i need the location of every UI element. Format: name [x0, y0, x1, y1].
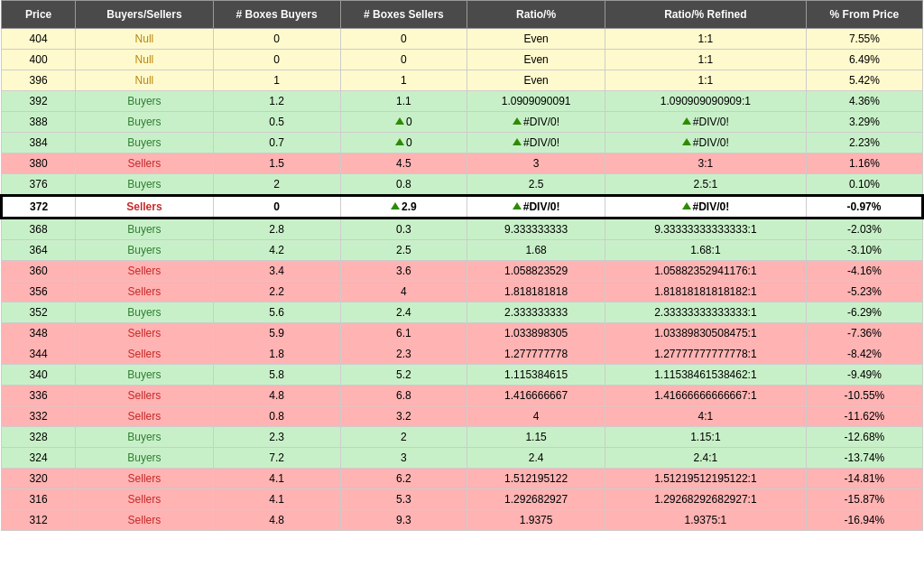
table-row: 348Sellers5.96.11.0338983051.03389830508…: [2, 323, 923, 344]
cell-ratio: 4: [467, 406, 605, 427]
cell-ratio: 1.9375: [467, 510, 605, 531]
cell-boxes-buyers: 4.1: [213, 469, 340, 489]
cell-buyers-sellers: Buyers: [76, 240, 214, 261]
cell-from-price: -6.29%: [806, 302, 922, 323]
table-row: 380Sellers1.54.533:11.16%: [2, 153, 923, 174]
cell-price: 320: [2, 469, 76, 489]
triangle-icon: [513, 138, 522, 145]
cell-buyers-sellers: Buyers: [76, 365, 214, 386]
cell-ratio-refined: 4:1: [605, 406, 806, 427]
cell-price: 348: [2, 323, 76, 344]
cell-ratio-refined: 1.03389830508475:1: [605, 323, 806, 344]
cell-ratio: 3: [467, 153, 605, 174]
table-row: 396Null11Even1:15.42%: [2, 70, 923, 91]
cell-buyers-sellers: Buyers: [76, 302, 214, 323]
cell-boxes-sellers: 0.8: [340, 174, 467, 196]
cell-ratio-refined: 1:1: [605, 70, 806, 91]
cell-price: 400: [2, 50, 76, 70]
header-ratio: Ratio/%: [467, 1, 605, 29]
cell-boxes-sellers: 5.3: [340, 489, 467, 510]
cell-ratio-refined: 1.81818181818182:1: [605, 282, 806, 302]
cell-buyers-sellers: Buyers: [76, 427, 214, 448]
cell-ratio-refined: 1:1: [605, 29, 806, 50]
cell-buyers-sellers: Sellers: [76, 282, 214, 302]
cell-ratio: 2.333333333: [467, 302, 605, 323]
table-row: 384Buyers0.70#DIV/0!#DIV/0!2.23%: [2, 133, 923, 153]
cell-boxes-buyers: 2.3: [213, 427, 340, 448]
cell-price: 356: [2, 282, 76, 302]
cell-ratio: 1.033898305: [467, 323, 605, 344]
cell-from-price: 7.55%: [806, 29, 922, 50]
cell-buyers-sellers: Null: [76, 50, 214, 70]
cell-boxes-sellers: 1: [340, 70, 467, 91]
cell-price: 392: [2, 91, 76, 112]
header-boxes-buyers: # Boxes Buyers: [213, 1, 340, 29]
cell-ratio: Even: [467, 29, 605, 50]
cell-boxes-sellers: 0: [340, 112, 467, 133]
cell-ratio-refined: 1.05882352941176:1: [605, 261, 806, 282]
cell-from-price: -9.49%: [806, 365, 922, 386]
cell-ratio: Even: [467, 70, 605, 91]
cell-price: 396: [2, 70, 76, 91]
cell-ratio-refined: 3:1: [605, 153, 806, 174]
cell-from-price: -8.42%: [806, 344, 922, 365]
cell-boxes-buyers: 5.8: [213, 365, 340, 386]
cell-boxes-buyers: 5.9: [213, 323, 340, 344]
cell-ratio-refined: #DIV/0!: [605, 196, 806, 219]
cell-price: 364: [2, 240, 76, 261]
cell-ratio: 1.512195122: [467, 469, 605, 489]
cell-boxes-sellers: 3.6: [340, 261, 467, 282]
cell-price: 372: [2, 196, 76, 219]
cell-from-price: 5.42%: [806, 70, 922, 91]
table-row: 368Buyers2.80.39.3333333339.333333333333…: [2, 219, 923, 240]
cell-ratio: 2.5: [467, 174, 605, 196]
table-row: 344Sellers1.82.31.2777777781.27777777777…: [2, 344, 923, 365]
cell-boxes-sellers: 2.9: [340, 196, 467, 219]
cell-ratio: 1.277777778: [467, 344, 605, 365]
header-buyers-sellers: Buyers/Sellers: [76, 1, 214, 29]
header-ratio-refined: Ratio/% Refined: [605, 1, 806, 29]
cell-ratio: Even: [467, 50, 605, 70]
cell-price: 360: [2, 261, 76, 282]
triangle-icon: [682, 202, 691, 209]
cell-from-price: -12.68%: [806, 427, 922, 448]
cell-boxes-sellers: 6.1: [340, 323, 467, 344]
cell-from-price: 3.29%: [806, 112, 922, 133]
table-row: 356Sellers2.241.8181818181.8181818181818…: [2, 282, 923, 302]
cell-from-price: -15.87%: [806, 489, 922, 510]
cell-ratio: 1.15: [467, 427, 605, 448]
cell-boxes-buyers: 1: [213, 70, 340, 91]
cell-from-price: -4.16%: [806, 261, 922, 282]
cell-buyers-sellers: Sellers: [76, 153, 214, 174]
table-row: 332Sellers0.83.244:1-11.62%: [2, 406, 923, 427]
cell-buyers-sellers: Sellers: [76, 489, 214, 510]
triangle-icon: [513, 117, 522, 125]
cell-ratio-refined: #DIV/0!: [605, 112, 806, 133]
cell-ratio: 2.4: [467, 448, 605, 469]
cell-boxes-buyers: 7.2: [213, 448, 340, 469]
cell-boxes-buyers: 1.5: [213, 153, 340, 174]
cell-boxes-sellers: 6.8: [340, 386, 467, 406]
price-table: Price Buyers/Sellers # Boxes Buyers # Bo…: [0, 0, 924, 531]
cell-buyers-sellers: Buyers: [76, 91, 214, 112]
cell-ratio-refined: 1.29268292682927:1: [605, 489, 806, 510]
cell-buyers-sellers: Buyers: [76, 174, 214, 196]
cell-boxes-buyers: 2.2: [213, 282, 340, 302]
header-boxes-sellers: # Boxes Sellers: [340, 1, 467, 29]
cell-price: 376: [2, 174, 76, 196]
cell-price: 344: [2, 344, 76, 365]
cell-from-price: -2.03%: [806, 219, 922, 240]
table-row: 400Null00Even1:16.49%: [2, 50, 923, 70]
cell-ratio-refined: 1.11538461538462:1: [605, 365, 806, 386]
cell-ratio-refined: 2.4:1: [605, 448, 806, 469]
cell-ratio: 1.115384615: [467, 365, 605, 386]
header-from-price: % From Price: [806, 1, 922, 29]
table-row: 404Null00Even1:17.55%: [2, 29, 923, 50]
cell-boxes-buyers: 0.7: [213, 133, 340, 153]
cell-from-price: 1.16%: [806, 153, 922, 174]
cell-boxes-buyers: 0: [213, 50, 340, 70]
cell-boxes-sellers: 5.2: [340, 365, 467, 386]
table-row: 388Buyers0.50#DIV/0!#DIV/0!3.29%: [2, 112, 923, 133]
cell-from-price: -10.55%: [806, 386, 922, 406]
cell-boxes-buyers: 0: [213, 196, 340, 219]
